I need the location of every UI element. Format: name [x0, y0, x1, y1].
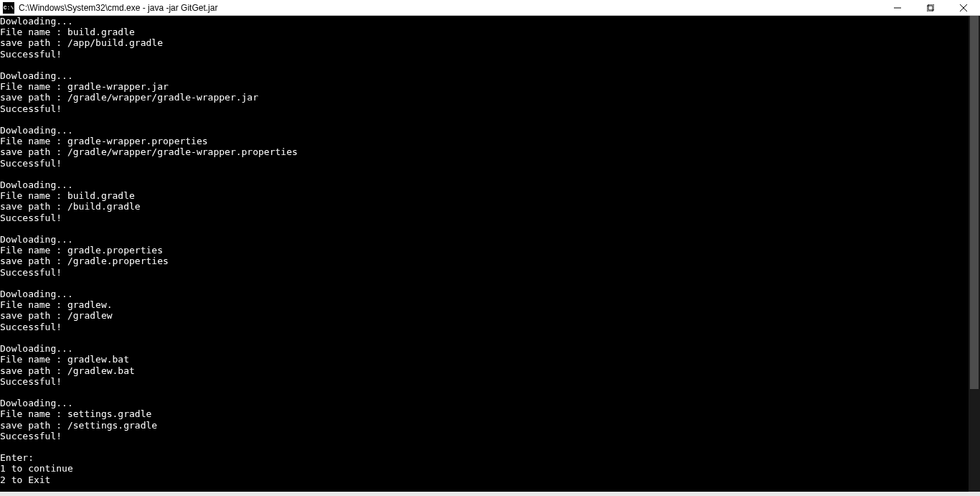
- terminal-line: Successful!: [0, 376, 969, 387]
- minimize-icon: [894, 4, 901, 11]
- terminal-line: [0, 169, 969, 179]
- scrollbar-thumb[interactable]: [970, 16, 979, 389]
- svg-rect-1: [927, 6, 933, 11]
- svg-rect-2: [928, 4, 934, 10]
- terminal-line: Dowloading...: [0, 343, 969, 354]
- terminal-line: Dowloading...: [0, 179, 969, 190]
- terminal-line: save path : /app/build.gradle: [0, 37, 969, 48]
- terminal-line: File name : gradle-wrapper.jar: [0, 81, 969, 92]
- maximize-button[interactable]: [914, 0, 947, 15]
- terminal-line: File name : build.gradle: [0, 190, 969, 201]
- terminal-line: File name : settings.gradle: [0, 408, 969, 419]
- terminal-line: save path : /gradlew: [0, 310, 969, 321]
- terminal-line: Successful!: [0, 322, 969, 332]
- terminal-line: Dowloading...: [0, 289, 969, 299]
- terminal-line: Successful!: [0, 49, 969, 60]
- terminal-line: File name : gradlew.: [0, 299, 969, 310]
- close-icon: [960, 4, 967, 11]
- taskbar-edge: [0, 492, 980, 496]
- cmd-icon-text: C:\: [4, 4, 14, 11]
- terminal-line: save path : /gradle.properties: [0, 256, 969, 266]
- terminal-line: Dowloading...: [0, 125, 969, 136]
- terminal-line: save path : /gradle/wrapper/gradle-wrapp…: [0, 92, 969, 103]
- terminal-line: File name : gradle-wrapper.properties: [0, 136, 969, 146]
- terminal-line: [0, 332, 969, 343]
- terminal-line: File name : build.gradle: [0, 27, 969, 37]
- terminal-line: Dowloading...: [0, 16, 969, 27]
- terminal-line: Dowloading...: [0, 398, 969, 408]
- terminal-line: 1 to continue: [0, 463, 969, 474]
- terminal-line: Successful!: [0, 431, 969, 441]
- terminal-line: [0, 441, 969, 452]
- terminal-line: File name : gradle.properties: [0, 245, 969, 256]
- cmd-icon: C:\: [3, 2, 14, 14]
- terminal-line: Dowloading...: [0, 70, 969, 81]
- terminal-line: 2 to Exit: [0, 474, 969, 485]
- window-titlebar: C:\ C:\Windows\System32\cmd.exe - java -…: [0, 0, 980, 16]
- terminal-line: [0, 223, 969, 234]
- maximize-icon: [927, 4, 934, 11]
- close-button[interactable]: [947, 0, 980, 15]
- terminal-line: [0, 387, 969, 398]
- window-controls: [881, 0, 980, 15]
- terminal-output[interactable]: Dowloading...File name : build.gradlesav…: [0, 16, 969, 496]
- terminal-line: Dowloading...: [0, 234, 969, 245]
- terminal-line: Successful!: [0, 158, 969, 169]
- minimize-button[interactable]: [881, 0, 914, 15]
- terminal-line: File name : gradlew.bat: [0, 354, 969, 365]
- terminal-line: Successful!: [0, 103, 969, 114]
- terminal-line: [0, 278, 969, 289]
- terminal-line: save path : /gradle/wrapper/gradle-wrapp…: [0, 146, 969, 157]
- terminal-line: Successful!: [0, 212, 969, 223]
- terminal-line: save path : /gradlew.bat: [0, 365, 969, 376]
- terminal-line: [0, 114, 969, 125]
- terminal-line: Successful!: [0, 267, 969, 278]
- terminal-line: save path : /settings.gradle: [0, 420, 969, 431]
- terminal-line: Enter:: [0, 452, 969, 463]
- window-title: C:\Windows\System32\cmd.exe - java -jar …: [19, 3, 881, 13]
- vertical-scrollbar[interactable]: [969, 16, 980, 496]
- terminal-line: save path : /build.gradle: [0, 201, 969, 212]
- terminal-line: [0, 60, 969, 70]
